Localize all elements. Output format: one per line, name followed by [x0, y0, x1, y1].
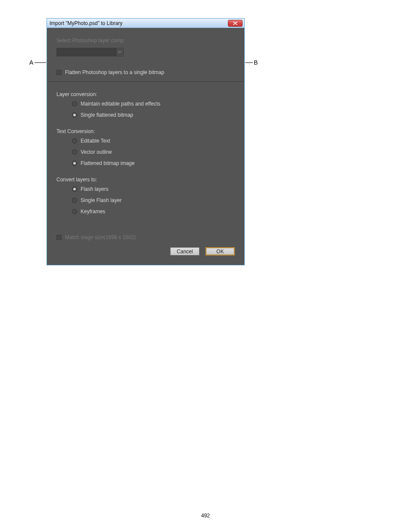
radio-single-flash-layer[interactable]: Single Flash layer	[72, 197, 235, 203]
radio-icon	[72, 112, 77, 118]
radio-editable-text[interactable]: Editable Text	[72, 138, 235, 144]
chevron-down-icon	[116, 48, 123, 56]
radio-icon	[72, 161, 77, 166]
match-stage-checkbox	[56, 235, 62, 240]
match-stage-label: Match stage size(1698 x 1502)	[65, 234, 136, 240]
flatten-checkbox[interactable]	[56, 70, 62, 75]
select-layer-comp-label: Select Photoshop layer comp:	[56, 37, 235, 44]
radio-keyframes[interactable]: Keyframes	[72, 208, 235, 215]
radio-icon	[72, 101, 77, 106]
dialog-buttons: Cancel OK	[56, 247, 235, 260]
text-conversion-label: Text Conversion:	[56, 128, 235, 134]
page-number: 492	[0, 513, 411, 519]
radio-label: Vector outline	[81, 149, 112, 155]
radio-icon	[72, 209, 77, 214]
match-stage-row: Match stage size(1698 x 1502)	[56, 234, 235, 240]
layer-conversion-group: Maintain editable paths and effects Sing…	[72, 101, 235, 118]
radio-label: Flattened bitmap image	[81, 160, 134, 166]
radio-label: Single Flash layer	[81, 197, 121, 203]
layer-comp-dropdown-field	[57, 48, 116, 56]
cancel-button[interactable]: Cancel	[170, 247, 199, 255]
radio-icon	[72, 138, 77, 143]
convert-layers-group: Flash layers Single Flash layer Keyframe…	[72, 186, 235, 215]
dialog-body: Select Photoshop layer comp: Flatten Pho…	[47, 28, 244, 265]
flatten-checkbox-label: Flatten Photoshop layers to a single bit…	[65, 69, 164, 75]
radio-icon	[72, 187, 77, 192]
callout-line-b	[245, 62, 253, 63]
layer-conversion-label: Layer conversion:	[56, 91, 235, 97]
import-psd-dialog: Import "MyPhoto.psd" to Library Select P…	[47, 18, 245, 265]
radio-label: Maintain editable paths and effects	[81, 101, 160, 107]
convert-layers-label: Convert layers to:	[56, 177, 235, 183]
radio-single-flat-bitmap[interactable]: Single flattened bitmap	[72, 112, 235, 118]
text-conversion-group: Editable Text Vector outline Flattened b…	[72, 138, 235, 166]
radio-flattened-bitmap-image[interactable]: Flattened bitmap image	[72, 160, 235, 166]
radio-label: Editable Text	[81, 138, 110, 144]
radio-flash-layers[interactable]: Flash layers	[72, 186, 235, 192]
callout-letter-b: B	[254, 59, 258, 66]
radio-label: Single flattened bitmap	[81, 112, 133, 118]
titlebar: Import "MyPhoto.psd" to Library	[47, 19, 244, 28]
close-button[interactable]	[228, 20, 243, 27]
radio-maintain-paths[interactable]: Maintain editable paths and effects	[72, 101, 235, 107]
divider	[47, 81, 244, 82]
layer-comp-dropdown[interactable]	[56, 48, 124, 56]
radio-vector-outline[interactable]: Vector outline	[72, 149, 235, 155]
radio-icon	[72, 149, 77, 155]
radio-label: Flash layers	[81, 186, 109, 192]
radio-icon	[72, 198, 77, 203]
flatten-checkbox-row[interactable]: Flatten Photoshop layers to a single bit…	[56, 69, 235, 75]
callout-line-a	[34, 62, 46, 63]
radio-label: Keyframes	[81, 208, 105, 215]
ok-button[interactable]: OK	[206, 247, 235, 255]
dialog-title: Import "MyPhoto.psd" to Library	[50, 20, 228, 26]
close-icon	[233, 22, 237, 25]
callout-letter-a: A	[29, 59, 33, 66]
